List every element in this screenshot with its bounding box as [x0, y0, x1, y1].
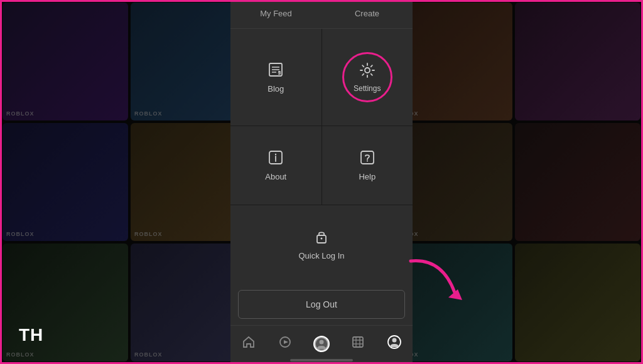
svg-point-24 [392, 338, 397, 343]
tab-create[interactable]: Create [322, 0, 413, 28]
logout-button[interactable]: Log Out [238, 290, 405, 319]
about-icon [267, 149, 284, 168]
quicklogin-label: Quick Log In [299, 251, 345, 260]
menu-item-help[interactable]: Help [322, 126, 413, 205]
main-panel: My Feed Create Blog [230, 0, 413, 364]
top-navigation: My Feed Create [230, 0, 413, 29]
help-label: Help [359, 172, 376, 181]
bottom-navigation [230, 325, 413, 364]
menu-item-about[interactable]: About [230, 126, 322, 205]
settings-icon [359, 62, 376, 82]
svg-marker-15 [284, 340, 288, 344]
svg-point-6 [365, 68, 370, 73]
svg-point-17 [320, 340, 324, 344]
discover-icon [278, 335, 292, 352]
library-icon [351, 335, 365, 352]
svg-point-9 [275, 154, 276, 155]
menu-item-quicklogin[interactable]: Quick Log In [230, 205, 413, 284]
svg-rect-10 [361, 151, 374, 164]
quicklogin-icon [313, 228, 330, 247]
tab-my-feed[interactable]: My Feed [230, 0, 322, 28]
nav-profile[interactable] [376, 331, 413, 356]
svg-rect-18 [353, 337, 363, 347]
nav-feed[interactable] [303, 331, 340, 356]
menu-grid: Blog Settings [230, 29, 413, 284]
nav-discover[interactable] [267, 331, 303, 356]
settings-label: Settings [354, 84, 381, 93]
feed-avatar [313, 336, 330, 352]
watermark: TH [19, 325, 43, 345]
blog-label: Blog [267, 84, 284, 94]
nav-library[interactable] [340, 331, 376, 356]
nav-home[interactable] [230, 331, 267, 356]
help-icon [359, 149, 376, 168]
settings-ring: Settings [342, 52, 392, 102]
bottom-indicator [290, 359, 353, 361]
home-icon [242, 335, 256, 352]
about-label: About [265, 172, 286, 181]
menu-item-blog[interactable]: Blog [230, 29, 322, 126]
svg-point-11 [367, 160, 368, 161]
svg-point-13 [321, 238, 323, 240]
profile-icon [387, 335, 402, 353]
menu-item-settings[interactable]: Settings [322, 29, 413, 126]
blog-icon [267, 62, 284, 80]
